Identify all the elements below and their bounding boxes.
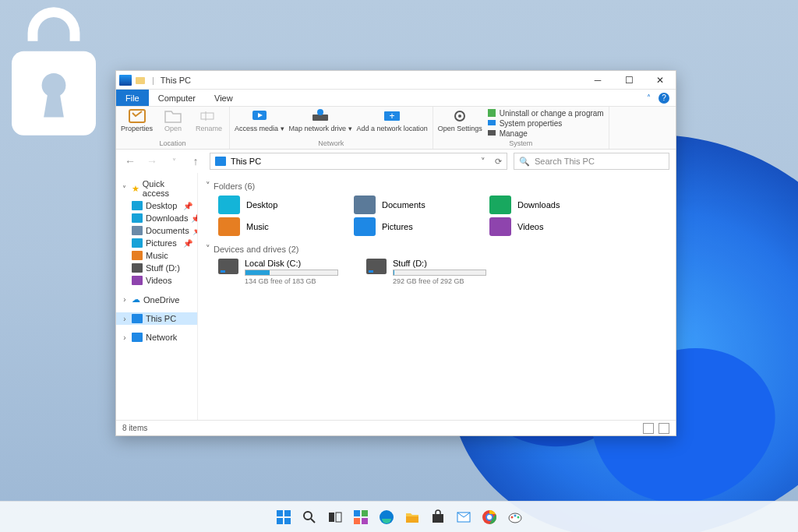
drive-usage-bar [393,270,486,276]
details-view-button[interactable] [643,423,654,434]
titlebar: | This PC ─ ☐ ✕ [116,71,676,90]
sidebar-item-stuff[interactable]: Stuff (D:) [116,262,197,274]
taskbar-task-view[interactable] [325,507,345,527]
chevron-right-icon[interactable]: › [121,295,129,304]
pin-icon[interactable]: 📌 [191,214,198,223]
search-input[interactable]: 🔍 Search This PC [514,153,669,170]
search-placeholder: Search This PC [535,157,595,166]
taskbar-store[interactable] [428,507,448,527]
maximize-button[interactable]: ☐ [613,71,644,90]
videos-icon [132,276,143,285]
svg-rect-16 [488,130,496,136]
sidebar-onedrive[interactable]: ›☁OneDrive [116,293,197,306]
nav-forward[interactable]: → [144,153,160,169]
nav-back[interactable]: ← [122,153,138,169]
tab-file[interactable]: File [116,90,149,106]
chevron-down-icon[interactable]: ˅ [481,157,486,167]
svg-rect-26 [362,510,368,516]
taskbar-file-explorer[interactable] [402,507,422,527]
tab-computer[interactable]: Computer [149,90,205,106]
help-icon[interactable]: ? [659,93,669,104]
ribbon-open-settings[interactable]: Open Settings [438,108,482,132]
taskbar [0,501,798,532]
taskbar-mail[interactable] [454,507,474,527]
taskbar-widgets[interactable] [351,507,371,527]
ribbon-system-properties[interactable]: System properties [487,118,604,128]
sidebar-network[interactable]: ›Network [116,331,197,344]
ribbon-rename[interactable]: Rename [193,108,224,132]
svg-point-35 [487,515,492,520]
svg-point-37 [510,516,513,518]
taskbar-paint[interactable] [505,507,525,527]
taskbar-chrome[interactable] [479,507,500,527]
svg-point-21 [304,512,312,520]
taskbar-search[interactable] [299,507,320,527]
svg-rect-15 [488,120,496,125]
refresh-icon[interactable]: ⟳ [495,157,502,167]
sidebar-quick-access[interactable]: ˅ ★ Quick access [116,178,197,199]
folder-documents[interactable]: Documents [354,196,471,214]
large-icons-view-button[interactable] [659,423,669,434]
folder-videos[interactable]: Videos [489,217,606,236]
ribbon-add-location[interactable]: + Add a network location [357,108,428,132]
chevron-down-icon[interactable]: ˅ [121,185,129,193]
minimize-button[interactable]: ─ [582,71,613,90]
gear-icon [450,108,469,124]
svg-rect-25 [354,510,360,516]
svg-rect-17 [277,510,283,516]
pin-icon[interactable]: 📌 [192,227,198,235]
ribbon-access-media[interactable]: Access media ▾ [235,108,284,132]
folder-downloads[interactable]: Downloads [489,196,606,214]
videos-folder-icon [489,217,511,236]
drive-c[interactable]: Local Disk (C:) 134 GB free of 183 GB [218,259,343,285]
ribbon-open[interactable]: Open [157,108,189,132]
svg-rect-3 [129,110,145,122]
pin-icon[interactable]: 📌 [183,202,192,210]
properties-icon [128,108,147,124]
search-icon: 🔍 [519,157,530,167]
close-button[interactable]: ✕ [644,71,676,90]
folders-section-header[interactable]: ˅ Folders (6) [206,181,668,191]
ribbon-uninstall[interactable]: Uninstall or change a program [487,108,604,118]
svg-point-39 [517,516,519,518]
ribbon-properties[interactable]: Properties [121,108,153,132]
drive-icon [132,263,143,273]
sidebar-item-downloads[interactable]: Downloads📌 [116,212,197,224]
desktop-icon [132,201,143,210]
chevron-right-icon[interactable]: › [121,333,129,342]
drive-d[interactable]: Stuff (D:) 292 GB free of 292 GB [366,259,491,285]
pin-icon[interactable]: 📌 [183,239,192,248]
svg-rect-20 [284,518,291,524]
rename-icon [200,108,218,124]
pc-icon [119,75,132,86]
start-button[interactable] [274,507,294,527]
folder-pictures[interactable]: Pictures [354,217,471,236]
media-icon [250,108,269,124]
drives-section-header[interactable]: ˅ Devices and drives (2) [206,244,668,254]
ribbon-manage[interactable]: Manage [487,129,604,138]
chevron-down-icon: ˅ [206,244,210,254]
folder-desktop[interactable]: Desktop [218,196,335,214]
sidebar-item-documents[interactable]: Documents📌 [116,224,197,237]
desktop-folder-icon [218,196,240,214]
address-bar[interactable]: This PC ˅ ⟳ [210,153,507,170]
ribbon-collapse-icon[interactable]: ˄ [647,93,651,102]
sidebar-item-music[interactable]: Music [116,249,197,262]
nav-recent[interactable]: ˅ [166,153,182,169]
address-path: This PC [231,157,261,166]
taskbar-edge[interactable] [376,507,397,527]
folder-music[interactable]: Music [218,217,335,236]
nav-up[interactable]: ↑ [188,153,203,169]
network-icon [132,333,143,342]
tab-view[interactable]: View [205,90,242,106]
address-row: ← → ˅ ↑ This PC ˅ ⟳ 🔍 Search This PC [116,150,676,173]
sidebar-item-pictures[interactable]: Pictures📌 [116,237,197,249]
folder-small-icon [135,75,146,86]
svg-rect-2 [136,77,145,84]
svg-line-22 [311,519,315,523]
ribbon-map-drive[interactable]: Map network drive ▾ [289,108,352,132]
sidebar-this-pc[interactable]: ›This PC [116,312,197,325]
sidebar-item-desktop[interactable]: Desktop📌 [116,199,197,212]
chevron-right-icon[interactable]: › [121,315,129,323]
sidebar-item-videos[interactable]: Videos [116,274,197,287]
